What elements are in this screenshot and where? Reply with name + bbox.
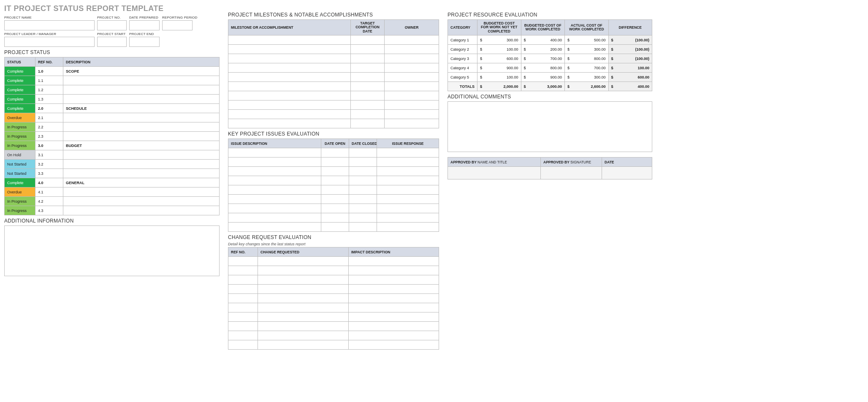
table-cell[interactable] [349,340,439,350]
comments-box[interactable] [448,101,652,152]
table-cell[interactable] [258,285,349,294]
desc-cell[interactable] [63,197,220,206]
table-cell[interactable] [228,54,351,63]
table-cell[interactable] [228,35,351,45]
desc-cell[interactable] [63,132,220,141]
desc-cell[interactable] [63,206,220,215]
resource-cell[interactable]: 600.00 [477,54,521,63]
table-cell[interactable] [351,73,385,82]
table-cell[interactable] [228,223,321,232]
table-cell[interactable] [228,176,321,185]
table-cell[interactable] [349,185,377,195]
status-cell[interactable]: In Progress [5,197,35,206]
table-cell[interactable] [228,82,351,91]
table-cell[interactable] [349,312,439,322]
resource-cell[interactable]: 600.00 [608,73,652,82]
info-field-input[interactable] [129,20,160,30]
table-cell[interactable] [349,158,377,167]
resource-cell[interactable]: Category 1 [448,35,477,45]
desc-cell[interactable] [63,95,220,104]
table-cell[interactable] [228,185,321,195]
resource-cell[interactable]: 900.00 [477,63,521,73]
resource-cell[interactable]: 300.00 [565,45,609,54]
desc-cell[interactable]: SCOPE [63,67,220,76]
resource-cell[interactable]: 100.00 [477,73,521,82]
table-cell[interactable] [258,275,349,285]
table-cell[interactable] [377,148,439,158]
table-cell[interactable] [321,148,349,158]
status-cell[interactable]: Complete [5,104,35,113]
table-cell[interactable] [228,204,321,213]
approval-signature-cell[interactable] [541,167,602,179]
table-cell[interactable] [228,167,321,176]
status-cell[interactable]: Not Started [5,160,35,169]
desc-cell[interactable] [63,76,220,85]
table-cell[interactable] [258,294,349,303]
table-cell[interactable] [228,73,351,82]
resource-cell[interactable]: 700.00 [521,54,565,63]
table-cell[interactable] [349,322,439,331]
table-cell[interactable] [349,167,377,176]
table-cell[interactable] [377,204,439,213]
table-cell[interactable] [258,340,349,350]
status-cell[interactable]: Complete [5,76,35,85]
resource-cell[interactable]: 400.00 [521,35,565,45]
table-cell[interactable] [349,195,377,204]
table-cell[interactable] [385,73,439,82]
table-cell[interactable] [377,176,439,185]
desc-cell[interactable] [63,85,220,95]
table-cell[interactable] [377,185,439,195]
status-cell[interactable]: In Progress [5,122,35,132]
resource-cell[interactable]: Category 5 [448,73,477,82]
resource-cell[interactable]: (100.00) [608,45,652,54]
status-cell[interactable]: Overdue [5,187,35,197]
table-cell[interactable] [385,35,439,45]
approval-nametitle-cell[interactable] [448,167,541,179]
info-field-input[interactable] [4,37,95,47]
table-cell[interactable] [349,294,439,303]
table-cell[interactable] [349,285,439,294]
table-cell[interactable] [258,322,349,331]
table-cell[interactable] [385,54,439,63]
table-cell[interactable] [349,257,439,266]
table-cell[interactable] [228,195,321,204]
table-cell[interactable] [377,223,439,232]
table-cell[interactable] [349,213,377,223]
table-cell[interactable] [351,54,385,63]
info-field-input[interactable] [4,20,95,30]
table-cell[interactable] [385,100,439,110]
resource-cell[interactable]: 800.00 [565,54,609,63]
table-cell[interactable] [351,35,385,45]
status-cell[interactable]: Complete [5,85,35,95]
resource-cell[interactable]: Category 4 [448,63,477,73]
resource-cell[interactable]: 300.00 [477,35,521,45]
status-cell[interactable]: In Progress [5,206,35,215]
table-cell[interactable] [351,110,385,119]
table-cell[interactable] [258,257,349,266]
table-cell[interactable] [349,176,377,185]
desc-cell[interactable] [63,187,220,197]
status-cell[interactable]: On Hold [5,150,35,160]
status-cell[interactable]: Overdue [5,113,35,122]
table-cell[interactable] [321,195,349,204]
table-cell[interactable] [258,303,349,312]
table-cell[interactable] [385,110,439,119]
resource-cell[interactable]: Category 2 [448,45,477,54]
table-cell[interactable] [349,266,439,275]
resource-cell[interactable]: (100.00) [608,54,652,63]
table-cell[interactable] [349,223,377,232]
desc-cell[interactable] [63,160,220,169]
desc-cell[interactable]: BUDGET [63,141,220,150]
table-cell[interactable] [349,303,439,312]
status-cell[interactable]: Not Started [5,169,35,178]
table-cell[interactable] [377,195,439,204]
info-field-input[interactable] [97,37,127,47]
resource-cell[interactable]: 900.00 [521,73,565,82]
table-cell[interactable] [321,204,349,213]
table-cell[interactable] [228,340,258,350]
table-cell[interactable] [385,82,439,91]
table-cell[interactable] [228,110,351,119]
table-cell[interactable] [228,213,321,223]
table-cell[interactable] [321,185,349,195]
table-cell[interactable] [228,275,258,285]
